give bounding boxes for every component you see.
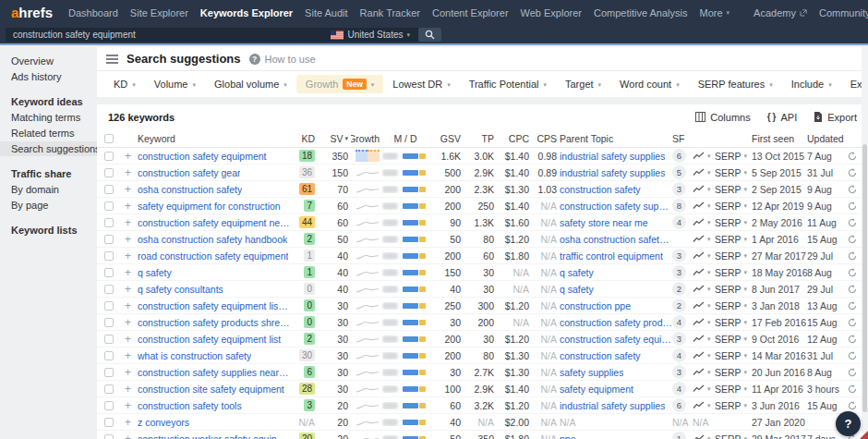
scrollbar-thumb[interactable] [862, 144, 867, 412]
serp-dropdown[interactable]: SERP▾ [715, 367, 752, 378]
serp-dropdown[interactable]: SERP▾ [715, 350, 752, 361]
refresh-button[interactable] [848, 235, 861, 244]
add-keyword-button[interactable]: + [125, 250, 131, 262]
sidebar-item-by-page[interactable]: By page [0, 198, 97, 213]
country-selector[interactable]: United States ▾ [324, 28, 416, 42]
keyword-link[interactable]: safety equipment for construction [138, 201, 281, 212]
parent-topic-link[interactable]: safety store near me [560, 217, 648, 228]
keyword-link[interactable]: construction safety equipment near me [138, 217, 290, 228]
nav-item-more[interactable]: More▾ [700, 7, 730, 18]
keyword-link[interactable]: osha construction safety handbook [138, 234, 287, 245]
position-history-button[interactable]: ▾ [693, 401, 715, 409]
column-header-cpc[interactable]: CPC [497, 133, 532, 144]
refresh-button[interactable] [848, 251, 861, 261]
serp-dropdown[interactable]: SERP▾ [715, 151, 752, 162]
row-checkbox[interactable] [104, 268, 114, 277]
serp-dropdown[interactable]: SERP▾ [715, 400, 752, 411]
scrollbar-track[interactable] [862, 47, 868, 439]
add-keyword-button[interactable]: + [125, 417, 131, 428]
keyword-link[interactable]: construction safety equipment list pdf [138, 300, 290, 311]
position-history-button[interactable]: ▾ [693, 434, 715, 439]
refresh-button[interactable] [848, 335, 861, 344]
position-history-button[interactable]: ▾ [693, 152, 715, 160]
add-keyword-button[interactable]: + [125, 317, 131, 328]
position-history-button[interactable]: ▾ [693, 168, 715, 177]
filter-include[interactable]: Include▾ [782, 75, 841, 93]
add-keyword-button[interactable]: + [125, 151, 131, 162]
row-checkbox[interactable] [104, 201, 114, 211]
select-all-checkbox[interactable] [104, 134, 114, 143]
row-checkbox[interactable] [104, 235, 114, 244]
filter-growth[interactable]: GrowthNew▾ [296, 75, 383, 93]
serp-dropdown[interactable]: SERP▾ [715, 317, 752, 328]
sidebar-item-ads-history[interactable]: Ads history [0, 69, 97, 84]
keyword-link[interactable]: osha construction safety [138, 184, 242, 195]
position-history-button[interactable]: ▾ [693, 285, 715, 293]
parent-topic-link[interactable]: construction safety [560, 184, 641, 195]
nav-item-dashboard[interactable]: Dashboard [68, 7, 118, 18]
refresh-button[interactable] [848, 401, 861, 410]
filter-traffic-potential[interactable]: Traffic Potential▾ [460, 75, 556, 93]
serp-dropdown[interactable]: SERP▾ [715, 201, 752, 212]
refresh-button[interactable] [848, 218, 861, 227]
row-checkbox[interactable] [104, 185, 114, 194]
row-checkbox[interactable] [104, 285, 114, 294]
keyword-link[interactable]: construction worker safety equipment [138, 433, 290, 439]
position-history-button[interactable]: ▾ [693, 218, 715, 226]
parent-topic-link[interactable]: construction safety supplies [560, 201, 672, 212]
column-header-keyword[interactable]: Keyword [138, 133, 290, 144]
refresh-button[interactable] [848, 268, 861, 277]
sidebar-item-related-terms[interactable]: Related terms [0, 126, 97, 140]
position-history-button[interactable]: ▾ [693, 235, 715, 243]
filter-global-volume[interactable]: Global volume▾ [205, 75, 296, 93]
keyword-link[interactable]: construction safety tools [138, 400, 242, 411]
add-keyword-button[interactable]: + [125, 167, 131, 178]
serp-dropdown[interactable]: SERP▾ [715, 284, 752, 295]
nav-item-rank-tracker[interactable]: Rank Tracker [360, 7, 420, 18]
column-header-kd[interactable]: KD [290, 133, 318, 144]
add-keyword-button[interactable]: + [125, 367, 131, 378]
nav-link-academy[interactable]: Academy [753, 7, 807, 18]
refresh-button[interactable] [848, 185, 861, 194]
filter-lowest-dr[interactable]: Lowest DR▾ [383, 75, 459, 93]
keyword-link[interactable]: construction safety equipment list [138, 334, 281, 345]
position-history-button[interactable]: ▾ [693, 368, 715, 376]
row-checkbox[interactable] [104, 318, 114, 327]
keyword-link[interactable]: construction site safety equipment [138, 384, 284, 395]
filter-volume[interactable]: Volume▾ [145, 75, 205, 93]
columns-button[interactable]: Columns [695, 112, 750, 123]
row-checkbox[interactable] [104, 418, 114, 427]
parent-topic-link[interactable]: ppe [560, 433, 576, 439]
position-history-button[interactable]: ▾ [693, 201, 715, 210]
filter-word-count[interactable]: Word count▾ [610, 75, 689, 93]
add-keyword-button[interactable]: + [125, 284, 131, 295]
parent-topic-link[interactable]: construction safety [560, 350, 641, 361]
row-checkbox[interactable] [104, 301, 114, 311]
sidebar-item-overview[interactable]: Overview [0, 54, 97, 68]
position-history-button[interactable]: ▾ [693, 251, 715, 260]
add-keyword-button[interactable]: + [125, 234, 131, 245]
serp-dropdown[interactable]: SERP▾ [715, 184, 752, 195]
parent-topic-link[interactable]: safety equipment [560, 384, 633, 395]
nav-item-keywords-explorer[interactable]: Keywords Explorer [200, 7, 293, 18]
column-header-tp[interactable]: TP [464, 133, 497, 144]
serp-dropdown[interactable]: SERP▾ [715, 217, 752, 228]
parent-topic-link[interactable]: q safety [560, 284, 594, 295]
serp-dropdown[interactable]: SERP▾ [715, 334, 752, 345]
position-history-button[interactable]: ▾ [693, 318, 715, 326]
row-checkbox[interactable] [104, 368, 114, 377]
refresh-button[interactable] [848, 384, 861, 394]
row-checkbox[interactable] [104, 401, 114, 410]
filter-kd[interactable]: KD▾ [104, 75, 145, 93]
row-checkbox[interactable] [104, 168, 114, 177]
column-header-growth[interactable]: Growth [351, 133, 382, 144]
parent-topic-link[interactable]: industrial safety supplies [560, 167, 665, 178]
keyword-link[interactable]: what is construction safety [138, 350, 251, 361]
keyword-link[interactable]: construction safety equipment [138, 151, 267, 162]
column-header-md[interactable]: M / D [382, 133, 428, 144]
keyword-link[interactable]: q safety consultants [138, 284, 223, 295]
nav-link-community[interactable]: Community [819, 7, 868, 18]
refresh-button[interactable] [848, 318, 861, 327]
column-header-sf[interactable]: SF [672, 133, 693, 144]
filter-serp-features[interactable]: SERP features▾ [689, 75, 782, 93]
